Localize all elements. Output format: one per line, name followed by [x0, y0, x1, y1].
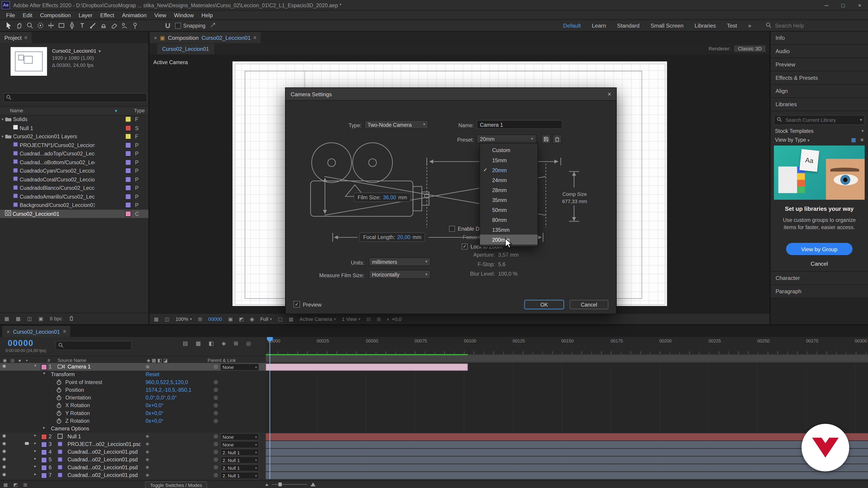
- stopwatch-icon[interactable]: [57, 387, 61, 394]
- label-chip[interactable]: [41, 442, 47, 448]
- fast-previews-icon[interactable]: ⊞: [377, 316, 381, 322]
- pickwhip-icon[interactable]: ◎: [214, 433, 218, 439]
- promo-cancel-button[interactable]: Cancel: [771, 260, 868, 267]
- expand-caret[interactable]: ▸: [34, 441, 36, 446]
- layer-switches[interactable]: ◈: [146, 449, 149, 454]
- list-view-icon[interactable]: ≡: [861, 137, 864, 143]
- draft-3d-icon[interactable]: ▦: [196, 340, 201, 346]
- eye-toggle[interactable]: ◉: [2, 363, 6, 368]
- composition-marker-icon[interactable]: ▦: [3, 482, 8, 487]
- expand-caret[interactable]: ▸: [34, 464, 36, 469]
- pen-tool-icon[interactable]: [66, 21, 77, 30]
- timeline-tab[interactable]: × Curso02_Leccion01 ≡: [2, 326, 70, 337]
- magnification-icon[interactable]: ◫: [165, 316, 169, 322]
- timeline-layer-row[interactable]: ◉ ▸ 2 Null 1 ◈ ◎ None▾: [0, 433, 266, 440]
- pickwhip-icon[interactable]: ◎: [214, 449, 218, 454]
- hand-tool-icon[interactable]: [14, 21, 24, 30]
- timeline-search[interactable]: [55, 341, 132, 350]
- workspace-standard[interactable]: Standard: [617, 22, 640, 29]
- layer-bar-camera[interactable]: [266, 363, 468, 370]
- focal-length-value[interactable]: 20,00: [397, 234, 410, 240]
- view-by-group-button[interactable]: View by Group: [786, 243, 852, 255]
- eye-toggle[interactable]: ◉: [2, 449, 6, 454]
- preset-option-28mm[interactable]: 28mm: [480, 185, 537, 195]
- layer-switches[interactable]: ◈: [146, 472, 149, 477]
- property-value[interactable]: 960,0,522,5,120,0: [146, 379, 188, 385]
- close-tab-icon[interactable]: ×: [6, 328, 10, 334]
- am-pm-icon[interactable]: ⊞: [23, 482, 27, 487]
- project-item[interactable]: PROJECTNº1/Curso02_Leccion01.psd P: [0, 141, 156, 149]
- current-timecode[interactable]: 00000: [8, 338, 33, 348]
- eraser-tool-icon[interactable]: [108, 21, 119, 30]
- toggle-switches-modes-button[interactable]: Toggle Switches / Modes: [145, 482, 207, 488]
- expand-caret[interactable]: ▸: [34, 456, 36, 461]
- reset-link[interactable]: Reset: [146, 371, 159, 377]
- project-item[interactable]: ▾ Solids F: [0, 115, 148, 123]
- pickwhip-icon[interactable]: ◎: [214, 472, 218, 477]
- timeline-zoom-control[interactable]: [265, 482, 316, 487]
- preset-option-custom[interactable]: Custom: [480, 145, 537, 155]
- help-search[interactable]: [766, 22, 815, 29]
- panel-preview[interactable]: Preview: [771, 58, 868, 71]
- panel-align[interactable]: Align: [771, 85, 868, 98]
- clone-stamp-tool-icon[interactable]: [98, 21, 108, 30]
- timeline-property-row[interactable]: Z Rotation 0x+0,0° ◎: [0, 417, 266, 425]
- trash-icon[interactable]: [69, 315, 74, 322]
- pickwhip-icon[interactable]: ◎: [214, 379, 218, 385]
- layer-switches[interactable]: ◈: [146, 456, 149, 462]
- dialog-close-icon[interactable]: ×: [608, 91, 611, 97]
- interpret-footage-icon[interactable]: ▩: [16, 316, 21, 321]
- pixel-aspect-icon[interactable]: ⊟: [366, 316, 370, 322]
- zoom-tool-icon[interactable]: [24, 21, 35, 30]
- layer-switches[interactable]: ◈: [146, 441, 149, 447]
- menu-layer[interactable]: Layer: [74, 12, 96, 18]
- always-preview-icon[interactable]: ▦: [154, 316, 159, 322]
- comp-timecode[interactable]: 00000: [208, 316, 222, 322]
- property-value[interactable]: 0x+0,0°: [146, 410, 164, 416]
- panel-libraries[interactable]: Libraries: [771, 98, 868, 111]
- pickwhip-icon[interactable]: ◎: [214, 456, 218, 462]
- timeline-layer-row[interactable]: ◉ ▸ 5 Cuadrad...o02_Leccion01.psd ◈ ◎ 2.…: [0, 456, 266, 464]
- pickwhip-icon[interactable]: ◎: [214, 410, 218, 416]
- expand-caret[interactable]: ▸: [34, 472, 36, 477]
- brush-tool-icon[interactable]: [88, 21, 98, 30]
- exposure-control[interactable]: ◐+0,0: [387, 316, 401, 322]
- project-search-input[interactable]: [14, 94, 145, 101]
- tab-project[interactable]: Project ≡: [0, 32, 32, 43]
- panel-paragraph[interactable]: Paragraph: [771, 285, 868, 298]
- eye-toggle[interactable]: ◉: [2, 441, 6, 446]
- help-search-input[interactable]: [774, 22, 815, 29]
- playhead-line[interactable]: [270, 337, 270, 479]
- eye-toggle[interactable]: ◉: [2, 464, 6, 469]
- viewer-tab[interactable]: Curso02_Leccion01: [157, 43, 214, 54]
- preset-option-35mm[interactable]: 35mm: [480, 195, 537, 205]
- tab-composition[interactable]: × ▣ Composition Curso02_Leccion01 ≡: [149, 32, 261, 43]
- label-chip[interactable]: [41, 457, 47, 463]
- new-composition-icon[interactable]: ▣: [38, 316, 43, 321]
- expand-caret[interactable]: ▸: [43, 425, 45, 430]
- project-item[interactable]: Cuadrad...oBottom/Curso02_Leccion01.psd …: [0, 158, 156, 166]
- libraries-search-input[interactable]: [784, 117, 858, 123]
- label-chip[interactable]: [125, 202, 131, 208]
- collection-dropdown[interactable]: Stock Templates ▾: [775, 128, 864, 134]
- label-chip[interactable]: [125, 116, 131, 122]
- timeline-layer-row[interactable]: ◉ ▸ 7 Cuadrad...o02_Leccion01.psd ◈ ◎ 2.…: [0, 471, 266, 479]
- expand-caret[interactable]: ▾: [0, 134, 5, 139]
- show-channel-icon[interactable]: ◉: [250, 316, 254, 322]
- label-chip[interactable]: [41, 364, 47, 370]
- project-bpc[interactable]: 8 bpc: [50, 316, 62, 321]
- transparency-grid-icon[interactable]: ▩: [289, 316, 293, 322]
- project-item[interactable]: CuadradoAmarillo/Curso02_Leccion01.psd P: [0, 192, 156, 201]
- expand-caret[interactable]: ▸: [34, 433, 36, 438]
- menu-animation[interactable]: Animation: [118, 12, 151, 18]
- render-queue-icon[interactable]: ▦: [4, 316, 9, 321]
- pickwhip-icon[interactable]: ◎: [214, 387, 218, 392]
- menu-window[interactable]: Window: [170, 12, 197, 18]
- motion-blur-icon[interactable]: ⊞: [234, 340, 239, 346]
- workspace-overflow-icon[interactable]: »: [748, 22, 751, 29]
- property-value[interactable]: 1574,2,-10,5,-850,1: [146, 387, 191, 393]
- type-tool-icon[interactable]: T: [77, 21, 88, 30]
- stopwatch-icon[interactable]: [57, 403, 61, 410]
- pickwhip-icon[interactable]: ◎: [214, 418, 218, 423]
- layer-bar-null[interactable]: [266, 433, 868, 440]
